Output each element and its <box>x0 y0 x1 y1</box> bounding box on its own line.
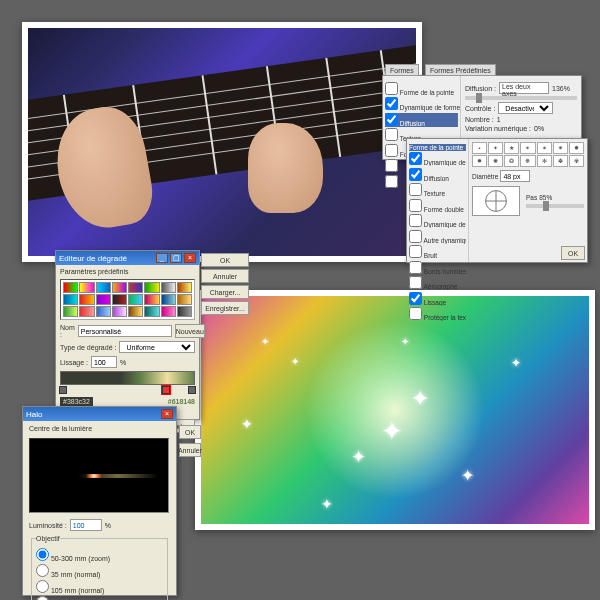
tab-formes[interactable]: Formes <box>385 64 419 76</box>
maximize-button[interactable]: ▢ <box>170 253 182 263</box>
bchk-bruit[interactable]: Bruit <box>409 245 466 259</box>
presets-label: Paramètres prédéfinis <box>60 268 195 275</box>
diffusion-mode[interactable]: Les deux axes <box>499 82 549 94</box>
spacing-value: 85% <box>539 194 552 201</box>
brush-check-column: Forme de la pointe Dynamique de forme Di… <box>407 139 469 262</box>
spacing-label: Pas <box>526 194 537 201</box>
save-button[interactable]: Enregistrer... <box>201 301 249 315</box>
variation-value: 0% <box>534 125 544 132</box>
spacing-slider[interactable] <box>526 204 584 208</box>
centre-label: Centre de la lumière <box>29 425 170 432</box>
bchk-aero[interactable]: Aérographe <box>409 276 466 290</box>
dialog-title: Halo <box>26 410 42 419</box>
chk-dynforme[interactable]: Dynamique de forme <box>385 97 458 111</box>
bchk-bords[interactable]: Bords humides <box>409 261 466 275</box>
bchk-double[interactable]: Forme double <box>409 199 466 213</box>
diffusion-slider[interactable] <box>465 96 577 100</box>
lens-type-group: Objectif 50-300 mm (zoom) 35 mm (normal)… <box>31 535 168 600</box>
hex-right: #618148 <box>168 398 195 405</box>
gradient-swatches[interactable] <box>60 279 195 320</box>
ok-button[interactable]: OK <box>561 246 585 260</box>
diameter-input[interactable] <box>500 170 530 182</box>
lens-opt-film[interactable]: Premier film <box>36 596 163 600</box>
lens-opt-35[interactable]: 35 mm (normal) <box>36 564 163 578</box>
brush-tip-panel: Forme de la pointe Dynamique de forme Di… <box>406 138 588 263</box>
bchk-dyn[interactable]: Dynamique de forme <box>409 152 466 166</box>
close-button[interactable]: × <box>184 253 196 263</box>
smooth-label: Lissage : <box>60 359 88 366</box>
count-label: Nombre : <box>465 116 494 123</box>
titlebar[interactable]: Editeur de dégradé _ ▢ × <box>56 251 199 265</box>
name-label: Nom : <box>60 324 75 338</box>
gradient-editor-dialog: Editeur de dégradé _ ▢ × OK Annuler Char… <box>55 250 200 420</box>
brush-grid[interactable]: •✦ ★✴ ✶✷ ✸✹ ✺❂ ❋✻ ✽✾ <box>472 142 584 167</box>
bchk-tex[interactable]: Texture <box>409 183 466 197</box>
smooth-input[interactable] <box>91 356 117 368</box>
chk-diffusion[interactable]: Diffusion <box>385 113 458 127</box>
bchk-pointe[interactable]: Forme de la pointe <box>409 144 466 151</box>
minimize-button[interactable]: _ <box>156 253 168 263</box>
cancel-button[interactable]: Annuler <box>179 443 201 457</box>
diffusion-label: Diffusion : <box>465 85 496 92</box>
hex-left: #383c32 <box>60 397 93 406</box>
cancel-button[interactable]: Annuler <box>201 269 249 283</box>
bchk-liss[interactable]: Lissage <box>409 292 466 306</box>
variation-label: Variation numérique : <box>465 125 531 132</box>
flare-preview[interactable] <box>29 438 169 513</box>
diameter-label: Diamètre <box>472 173 498 180</box>
brightness-input[interactable] <box>70 519 102 531</box>
control-select[interactable]: Désactivé <box>498 102 553 114</box>
dialog-title: Editeur de dégradé <box>59 254 127 263</box>
tab-predef[interactable]: Formes Prédéfinies <box>425 64 496 76</box>
control-label: Contrôle : <box>465 105 495 112</box>
bchk-prot[interactable]: Protéger la text... <box>409 307 466 321</box>
brush-angle-preview[interactable] <box>472 186 520 216</box>
type-select[interactable]: Uniforme <box>119 341 195 353</box>
diffusion-value: 136% <box>552 85 570 92</box>
count-value: 1 <box>497 116 501 123</box>
chk-pointe[interactable]: Forme de la pointe <box>385 82 458 96</box>
close-button[interactable]: × <box>161 409 173 419</box>
brightness-label: Luminosité : <box>29 522 67 529</box>
gradient-bar[interactable] <box>60 371 195 385</box>
name-input[interactable] <box>78 325 172 337</box>
bchk-dyncol[interactable]: Dynamique de la... <box>409 214 466 228</box>
ok-button[interactable]: OK <box>201 253 249 267</box>
bchk-autre[interactable]: Autre dynamique <box>409 230 466 244</box>
lens-opt-zoom[interactable]: 50-300 mm (zoom) <box>36 548 163 562</box>
titlebar[interactable]: Halo × <box>23 407 176 421</box>
ok-button[interactable]: OK <box>179 425 201 439</box>
load-button[interactable]: Charger... <box>201 285 249 299</box>
group-legend: Objectif <box>36 535 60 542</box>
lens-flare-dialog: Halo × Centre de la lumière OK Annuler L… <box>22 406 177 596</box>
type-label: Type de dégradé : <box>60 344 116 351</box>
lens-opt-105[interactable]: 105 mm (normal) <box>36 580 163 594</box>
source-image <box>22 22 422 262</box>
result-image: ✦ ✦ ✦ ✦ ✦ ✦ ✦ ✦ ✦ ✦ <box>195 290 595 530</box>
new-button[interactable]: Nouveau <box>175 324 205 338</box>
bchk-diff[interactable]: Diffusion <box>409 168 466 182</box>
